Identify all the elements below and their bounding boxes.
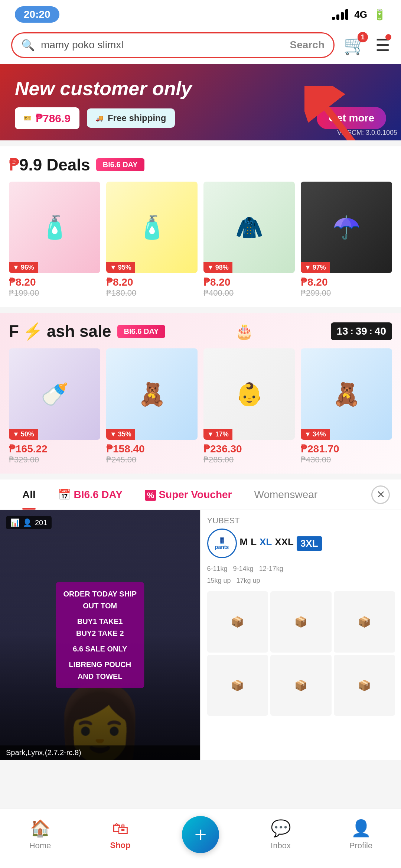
nav-shop[interactable]: 🛍 Shop (80, 819, 160, 850)
timer-sep-1: : (351, 326, 353, 337)
calendar-icon: 📅 (58, 489, 74, 500)
live-promo-tag: ORDER TODAY SHIP OUT TOM BUY1 TAKE1 BUY2… (56, 582, 144, 688)
down-arrow-icon: ▼ (207, 430, 214, 438)
discount-tag-2: ▼ 95% (106, 262, 135, 273)
list-item[interactable]: 👶 ▼ 17% ₱236.30 ₱285.00 (203, 348, 295, 465)
nav-shop-label: Shop (110, 841, 131, 850)
home-icon: 🏠 (30, 819, 50, 838)
signal-icon (332, 9, 348, 20)
header: 🔍 mamy poko slimxl Search 🛒 1 ☰ (0, 26, 401, 64)
debug-label: Spark,Lynx,(2.7.2-rc.8) (0, 745, 200, 760)
flash-discount-tag-3: ▼ 17% (203, 429, 232, 440)
nav-add[interactable]: + (160, 816, 241, 853)
list-item[interactable]: 🍼 ▼ 50% ₱165.22 ₱329.00 (9, 348, 100, 465)
product-price-3: ₱8.20 (203, 276, 295, 288)
nav-home-label: Home (29, 841, 51, 851)
diaper-box-2[interactable]: 📦 (270, 591, 332, 653)
live-stream-card[interactable]: 👩 📊 👤 201 ORDER TODAY SHIP OUT TOM BUY1 … (0, 510, 200, 760)
flash-discount-tag-4: ▼ 34% (301, 429, 330, 440)
yubest-product-card[interactable]: YUBEST 👖 pants M L XL XXL 3XL 6-11kg 9-1… (201, 510, 401, 760)
flash-product-image-1: 🍼 ▼ 50% (9, 348, 100, 440)
list-item[interactable]: 🧸 ▼ 35% ₱158.40 ₱245.00 (106, 348, 198, 465)
down-arrow-icon: ▼ (110, 264, 117, 272)
size-m: M (240, 536, 248, 551)
get-more-button[interactable]: Get more (317, 107, 386, 129)
product-icon-2: 🧴 (138, 214, 166, 241)
flash-616-badge: BI6.6 DAY (117, 325, 166, 338)
size-circle-icon: 👖 pants (207, 529, 237, 558)
inbox-icon: 💬 (271, 819, 291, 838)
network-label: 4G (354, 9, 367, 20)
cart-button[interactable]: 🛒 1 (342, 32, 368, 58)
diaper-box-3[interactable]: 📦 (334, 591, 395, 653)
viewer-count: 201 (35, 518, 47, 527)
flash-ash-text: ash sale (47, 322, 111, 341)
search-box[interactable]: 🔍 mamy poko slimxl Search (11, 32, 335, 58)
shipping-offer[interactable]: 🚚 Free shipping (87, 108, 175, 128)
tab-super-voucher[interactable]: %Super Voucher (134, 480, 243, 510)
search-query[interactable]: mamy poko slimxl (41, 39, 284, 51)
voucher-offer[interactable]: 🎫 ₱786.9 (15, 107, 79, 129)
list-item[interactable]: 🧥 ▼ 98% ₱8.20 ₱400.00 (203, 182, 295, 298)
product-icon-3: 🧥 (235, 214, 263, 241)
flash-price-4: ₱281.70 (301, 443, 392, 455)
product-image-4: ☂️ ▼ 97% (301, 182, 392, 273)
diaper-product-grid: 📦 📦 📦 📦 📦 📦 (207, 591, 395, 716)
flash-title: F ⚡ ash sale (9, 322, 111, 341)
promo-offers: 🎫 ₱786.9 🚚 Free shipping Get more (15, 107, 386, 129)
flash-original-1: ₱329.00 (9, 455, 100, 465)
down-arrow-icon: ▼ (207, 264, 214, 272)
size-range-info: 6-11kg 9-14kg 12-17kg 15kg up 17kg up (207, 563, 395, 587)
product-icon-1: 🧴 (41, 214, 69, 241)
list-item[interactable]: 🧴 ▼ 95% ₱8.20 ₱180.00 (106, 182, 198, 298)
timer-hours: 13 (337, 325, 348, 337)
flash-product-image-2: 🧸 ▼ 35% (106, 348, 198, 440)
nav-profile[interactable]: 👤 Profile (321, 819, 401, 851)
product-price-4: ₱8.20 (301, 276, 392, 288)
flash-product-image-4: 🧸 ▼ 34% (301, 348, 392, 440)
status-icons: 4G 🔋 (332, 9, 386, 21)
diaper-box-4[interactable]: 📦 (207, 655, 268, 716)
discount-tag-4: ▼ 97% (301, 262, 330, 273)
cake-icon: 🎂 (235, 323, 254, 340)
diaper-box-5[interactable]: 📦 (270, 655, 332, 716)
product-original-1: ₱199.00 (9, 288, 100, 298)
diaper-box-1[interactable]: 📦 (207, 591, 268, 653)
nav-home[interactable]: 🏠 Home (0, 819, 80, 851)
add-button[interactable]: + (182, 816, 219, 853)
nav-inbox[interactable]: 💬 Inbox (241, 819, 321, 851)
pants-icon: 👖 (218, 537, 226, 544)
discount-tag-3: ▼ 98% (203, 262, 232, 273)
list-item[interactable]: 🧴 ▼ 96% ₱8.20 ₱199.00 (9, 182, 100, 298)
tab-616day[interactable]: 📅 BI6.6 DAY (47, 479, 134, 510)
flash-sale-section: F ⚡ ash sale BI6.6 DAY 🎂 13 : 39 : 40 🍼 … (0, 313, 401, 474)
flash-products-grid: 🍼 ▼ 50% ₱165.22 ₱329.00 🧸 ▼ 35% ₱158.40 … (9, 348, 392, 465)
menu-notification-dot (385, 34, 391, 40)
plus-icon: + (195, 824, 207, 845)
tab-womenswear[interactable]: Womenswear (243, 480, 329, 510)
menu-button[interactable]: ☰ (375, 36, 390, 55)
search-button[interactable]: Search (290, 39, 325, 51)
flash-discount-tag-2: ▼ 35% (106, 429, 135, 440)
voucher-amount: ₱786.9 (36, 112, 71, 125)
close-button[interactable]: ✕ (371, 485, 390, 504)
tab-all[interactable]: All (11, 480, 47, 510)
bottom-navigation: 🏠 Home 🛍 Shop + 💬 Inbox 👤 Profile (0, 808, 401, 868)
flash-price-2: ₱158.40 (106, 443, 198, 455)
live-stats-badge: 📊 👤 201 (6, 516, 52, 529)
brand-label: YUBEST (207, 516, 395, 526)
flash-f-letter: F (9, 322, 19, 341)
status-time: 20:20 (15, 6, 59, 23)
timer-minutes: 39 (356, 325, 367, 337)
diaper-box-6[interactable]: 📦 (334, 655, 395, 716)
product-image-3: 🧥 ▼ 98% (203, 182, 295, 273)
flash-header: F ⚡ ash sale BI6.6 DAY 🎂 13 : 39 : 40 (9, 322, 392, 341)
timer-seconds: 40 (375, 325, 386, 337)
list-item[interactable]: ☂️ ▼ 97% ₱8.20 ₱299.00 (301, 182, 392, 298)
flash-product-icon-3: 👶 (235, 381, 263, 407)
content-grid: 👩 📊 👤 201 ORDER TODAY SHIP OUT TOM BUY1 … (0, 510, 401, 760)
flash-product-icon-4: 🧸 (333, 381, 361, 407)
promo-title: New customer only (15, 77, 386, 100)
list-item[interactable]: 🧸 ▼ 34% ₱281.70 ₱430.00 (301, 348, 392, 465)
category-tabs: All 📅 BI6.6 DAY %Super Voucher Womenswea… (0, 479, 401, 510)
